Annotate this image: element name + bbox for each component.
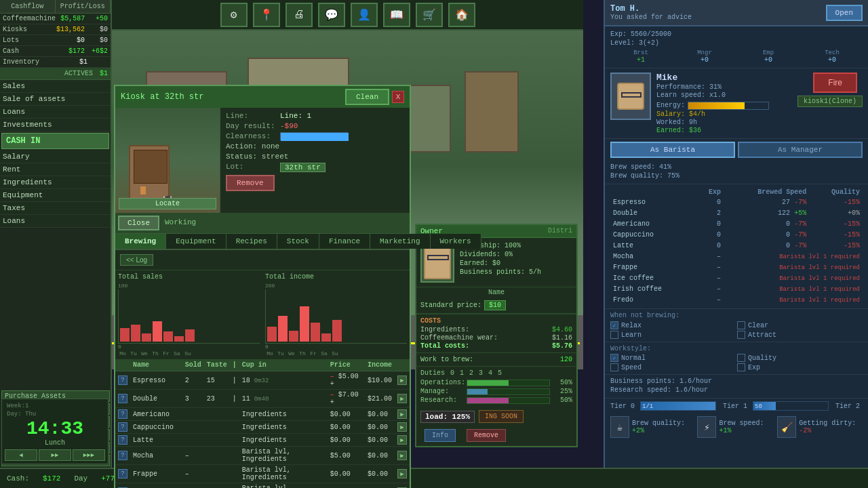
q-double[interactable]: ? bbox=[118, 394, 127, 403]
ws-normal[interactable]: ✓ Normal bbox=[610, 354, 736, 362]
tab-marketing[interactable]: Marketing bbox=[370, 234, 430, 249]
fire-button[interactable]: Fire bbox=[813, 73, 857, 93]
ing-q-espresso[interactable]: ? bbox=[115, 371, 130, 390]
arrow-latte[interactable]: ▶ bbox=[397, 435, 407, 445]
toolbar-print-btn[interactable]: 🖨 bbox=[285, 3, 313, 27]
checkbox-clear[interactable] bbox=[737, 321, 745, 329]
load-coming-soon-row: load: 125% ING SOON bbox=[416, 408, 576, 425]
owner-remove-btn[interactable]: Remove bbox=[467, 429, 506, 442]
ing-arrow-latte[interactable]: ▶ bbox=[395, 434, 410, 447]
checkbox-attract[interactable] bbox=[737, 331, 745, 339]
time-fast-btn[interactable]: ▶▶▶ bbox=[73, 449, 105, 461]
wnb-attract[interactable]: Attract bbox=[737, 331, 863, 339]
nav-investments[interactable]: Investments bbox=[0, 119, 111, 131]
ing-q-americano[interactable]: ? bbox=[115, 408, 130, 421]
nav-loans[interactable]: Loans bbox=[0, 106, 111, 119]
checkbox-learn[interactable] bbox=[610, 331, 618, 339]
kiosk-close-btn[interactable]: Close bbox=[118, 216, 159, 230]
q-mocha[interactable]: ? bbox=[118, 451, 127, 460]
role-barista-btn[interactable]: As Barista bbox=[610, 142, 735, 158]
tab-equipment[interactable]: Equipment bbox=[166, 234, 226, 249]
ing-sold-icecoffee: – bbox=[182, 483, 204, 489]
tab-workers[interactable]: Workers bbox=[431, 234, 481, 249]
ing-row-double: ? Double 3 23 | 11 0m40 – $7.00 + $21.00… bbox=[115, 390, 410, 408]
checkbox-exp[interactable] bbox=[737, 363, 745, 371]
nav-salary[interactable]: Salary bbox=[0, 150, 111, 163]
toolbar-settings-btn[interactable]: ⚙ bbox=[220, 3, 248, 27]
toolbar-cart-btn[interactable]: 🛒 bbox=[416, 3, 443, 27]
tab-brewing[interactable]: Brewing bbox=[115, 234, 166, 249]
kiosk-body bbox=[134, 150, 167, 184]
nav-loans-out[interactable]: Loans bbox=[0, 215, 111, 228]
q-latte[interactable]: ? bbox=[118, 435, 127, 445]
q-cappuccino[interactable]: ? bbox=[118, 422, 127, 432]
arrow-frappe[interactable]: ▶ bbox=[397, 469, 407, 479]
inventory-label: Inventory bbox=[3, 58, 57, 66]
wnb-learn[interactable]: Learn bbox=[610, 331, 736, 339]
arrow-americano[interactable]: ▶ bbox=[397, 409, 407, 419]
ing-arrow-cappuccino[interactable]: ▶ bbox=[395, 421, 410, 434]
ing-arrow-double[interactable]: ▶ bbox=[395, 390, 410, 408]
kiosk-sprite: ⬛ bbox=[129, 145, 170, 199]
tab-stock[interactable]: Stock bbox=[277, 234, 319, 249]
income-scale-200: 200 bbox=[265, 283, 275, 289]
nav-sale-assets[interactable]: Sale of assets bbox=[0, 93, 111, 106]
q-frappe[interactable]: ? bbox=[118, 469, 127, 479]
nav-ingredients[interactable]: Ingredients bbox=[0, 176, 111, 189]
arrow-espresso[interactable]: ▶ bbox=[397, 375, 407, 385]
nav-taxes[interactable]: Taxes bbox=[0, 202, 111, 215]
sales-label-we: We bbox=[140, 350, 149, 357]
wnb-relax[interactable]: ✓ Relax bbox=[610, 321, 736, 329]
toolbar-chat-btn[interactable]: 💬 bbox=[318, 3, 345, 27]
ing-q-cappuccino[interactable]: ? bbox=[115, 421, 130, 434]
toolbar-book-btn[interactable]: 📖 bbox=[383, 3, 410, 27]
ing-taste-americano bbox=[204, 408, 230, 421]
log-button[interactable]: << Log bbox=[120, 254, 153, 266]
cash-val2: +6$2 bbox=[85, 47, 108, 55]
ing-q-mocha[interactable]: ? bbox=[115, 447, 130, 465]
nav-cash-in[interactable]: CASH IN bbox=[1, 133, 109, 149]
arrow-cappuccino[interactable]: ▶ bbox=[397, 422, 407, 432]
q-espresso[interactable]: ? bbox=[118, 375, 127, 385]
kiosk-close-x-btn[interactable]: X bbox=[392, 91, 404, 103]
wnb-clear[interactable]: Clear bbox=[737, 321, 863, 329]
checkbox-normal[interactable]: ✓ bbox=[610, 354, 618, 362]
arrow-double[interactable]: ▶ bbox=[397, 394, 407, 403]
ws-quality[interactable]: Quality bbox=[737, 354, 863, 362]
ing-arrow-espresso[interactable]: ▶ bbox=[395, 371, 410, 390]
checkbox-quality[interactable] bbox=[737, 354, 745, 362]
ws-exp[interactable]: Exp bbox=[737, 363, 863, 371]
ing-arrow-americano[interactable]: ▶ bbox=[395, 408, 410, 421]
tab-recipes[interactable]: Recipes bbox=[226, 234, 277, 249]
kiosk-locate-btn[interactable]: Locate bbox=[119, 198, 216, 209]
open-button[interactable]: Open bbox=[826, 5, 863, 21]
kiosk-remove-btn[interactable]: Remove bbox=[226, 175, 275, 191]
brew-quality-text: Brew quality: +2% bbox=[632, 420, 692, 434]
toolbar-location-btn[interactable]: 📍 bbox=[253, 3, 280, 27]
nav-equipment[interactable]: Equipment bbox=[0, 189, 111, 202]
ing-q-double[interactable]: ? bbox=[115, 390, 130, 408]
ing-q-latte[interactable]: ? bbox=[115, 434, 130, 447]
checkbox-relax[interactable]: ✓ bbox=[610, 321, 618, 329]
owner-info-btn[interactable]: Info bbox=[425, 429, 456, 442]
time-play-btn[interactable]: ▶▶ bbox=[39, 449, 71, 461]
kiosk-clean-btn[interactable]: Clean bbox=[345, 89, 389, 105]
ing-arrow-frappe[interactable]: ▶ bbox=[395, 465, 410, 483]
checkbox-speed[interactable] bbox=[610, 363, 618, 371]
nav-rent[interactable]: Rent bbox=[0, 163, 111, 176]
toolbar-home-btn[interactable]: 🏠 bbox=[448, 3, 475, 27]
ws-speed[interactable]: Speed bbox=[610, 363, 736, 371]
q-americano[interactable]: ? bbox=[118, 409, 127, 419]
clearness-fill bbox=[281, 133, 349, 141]
ing-arrow-mocha[interactable]: ▶ bbox=[395, 447, 410, 465]
time-prev-btn[interactable]: ◀ bbox=[5, 449, 37, 461]
ing-arrow-icecoffee[interactable]: ▶ bbox=[395, 483, 410, 489]
tab-finance[interactable]: Finance bbox=[319, 234, 370, 249]
ing-q-frappe[interactable]: ? bbox=[115, 465, 130, 483]
toolbar-user-btn[interactable]: 👤 bbox=[351, 3, 378, 27]
arrow-mocha[interactable]: ▶ bbox=[397, 451, 407, 460]
duties-ops-pct: 50% bbox=[552, 379, 572, 386]
ing-q-icecoffee[interactable]: ? bbox=[115, 483, 130, 489]
nav-sales[interactable]: Sales bbox=[0, 80, 111, 93]
role-manager-btn[interactable]: As Manager bbox=[738, 142, 863, 158]
